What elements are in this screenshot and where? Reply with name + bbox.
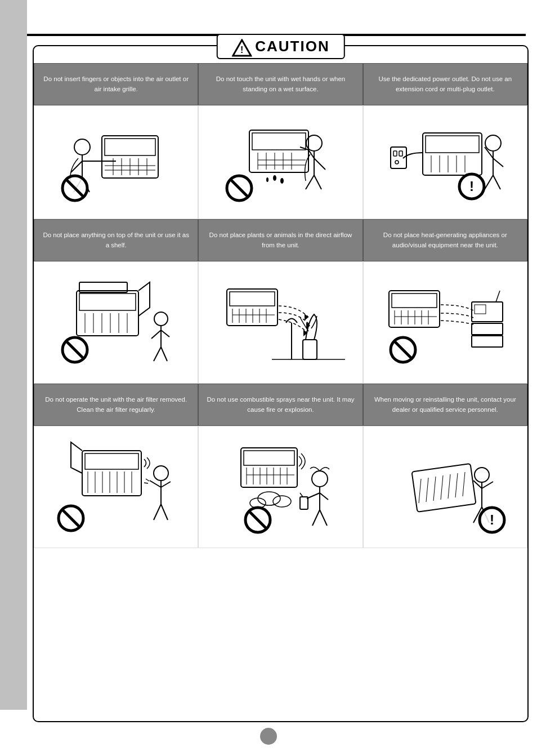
image-cell-3-2 (198, 426, 363, 548)
svg-marker-86 (305, 314, 308, 321)
illustration-3-1 (51, 437, 181, 535)
svg-point-29 (273, 175, 276, 181)
svg-point-136 (273, 496, 291, 507)
svg-line-55 (493, 158, 503, 167)
image-cell-1-1 (34, 105, 198, 219)
illustration-3-3: ! (381, 437, 510, 535)
svg-rect-141 (300, 497, 308, 509)
image-cell-2-2 (198, 261, 363, 384)
svg-rect-20 (249, 130, 308, 172)
svg-point-69 (154, 312, 168, 326)
svg-line-150 (426, 478, 428, 502)
text-row-1: Do not insert fingers or objects into th… (34, 63, 527, 105)
text-row-2: Do not place anything on top of the unit… (34, 219, 527, 261)
svg-line-145 (320, 510, 327, 526)
svg-rect-21 (252, 133, 306, 150)
svg-line-105 (496, 291, 500, 302)
svg-line-144 (312, 510, 320, 526)
text-cell-2-2: Do not place plants or animals in the di… (198, 219, 363, 261)
svg-rect-92 (389, 291, 440, 327)
left-sidebar (0, 0, 27, 710)
illustration-1-2 (216, 116, 345, 206)
svg-line-149 (419, 479, 421, 503)
svg-rect-102 (475, 305, 486, 314)
svg-line-121 (154, 504, 161, 520)
text-cell-3-1: Do not operate the unit with the air fil… (34, 384, 198, 426)
svg-rect-109 (85, 453, 138, 469)
svg-point-51 (395, 161, 399, 164)
caution-title: CAUTION (255, 38, 329, 55)
svg-line-74 (161, 347, 167, 361)
text-cell-1-3: Use the dedicated power outlet. Do not u… (363, 63, 527, 105)
page-number (260, 728, 277, 745)
svg-text:!: ! (240, 45, 243, 55)
illustration-2-3 (381, 274, 510, 370)
image-row-3: ! (34, 426, 527, 548)
svg-rect-108 (82, 451, 141, 496)
svg-rect-50 (399, 151, 402, 156)
svg-rect-61 (79, 293, 136, 310)
image-cell-3-3: ! (363, 426, 527, 548)
svg-rect-104 (472, 336, 503, 347)
text-row-3: Do not operate the unit with the air fil… (34, 384, 527, 426)
svg-line-56 (485, 175, 493, 189)
image-cell-3-1 (34, 426, 198, 548)
svg-line-71 (151, 330, 161, 339)
svg-line-36 (314, 158, 325, 170)
text-cell-1-2: Do not touch the unit with wet hands or … (198, 63, 363, 105)
svg-line-37 (306, 175, 314, 189)
svg-text:!: ! (469, 179, 474, 194)
svg-line-153 (448, 474, 450, 499)
svg-rect-77 (227, 289, 278, 326)
svg-rect-148 (411, 464, 476, 512)
svg-rect-41 (423, 133, 482, 175)
svg-line-122 (161, 504, 168, 520)
svg-point-138 (312, 471, 328, 487)
text-cell-2-3: Do not place heat-generating appliances … (363, 219, 527, 261)
svg-line-120 (161, 482, 171, 487)
page: ! CAUTION Do not insert fingers or objec… (0, 0, 537, 756)
svg-rect-125 (241, 448, 297, 487)
text-cell-3-2: Do not use combustible sprays near the u… (198, 384, 363, 426)
svg-line-152 (441, 475, 443, 500)
svg-line-159 (482, 482, 493, 488)
svg-line-143 (320, 493, 328, 500)
svg-rect-3 (105, 139, 155, 155)
text-cell-1-1: Do not insert fingers or objects into th… (34, 63, 198, 105)
svg-point-156 (475, 468, 489, 482)
caution-header: ! CAUTION (216, 34, 344, 59)
svg-line-140 (307, 493, 320, 499)
svg-line-151 (433, 477, 436, 501)
svg-rect-126 (244, 451, 294, 465)
svg-line-38 (314, 175, 321, 189)
svg-rect-93 (392, 293, 437, 308)
text-cell-3-3: When moving or reinstalling the unit, co… (363, 384, 527, 426)
svg-line-119 (150, 481, 161, 487)
svg-rect-103 (472, 323, 503, 335)
svg-point-52 (485, 135, 501, 151)
svg-line-73 (154, 347, 161, 361)
text-cell-2-1: Do not place anything on top of the unit… (34, 219, 198, 261)
svg-rect-49 (393, 151, 397, 156)
illustration-1-3: ! (381, 116, 510, 206)
image-row-2 (34, 261, 527, 384)
svg-rect-42 (426, 136, 479, 153)
caution-triangle-icon: ! (231, 39, 249, 55)
illustration-2-2 (216, 272, 345, 371)
image-cell-2-1 (34, 261, 198, 384)
image-cell-2-3 (363, 261, 527, 384)
illustration-1-1 (51, 116, 181, 206)
main-content: ! CAUTION Do not insert fingers or objec… (33, 45, 529, 722)
svg-point-31 (266, 177, 268, 182)
illustration-3-2 (216, 437, 345, 535)
image-row-1: ! (34, 105, 527, 219)
svg-rect-78 (230, 292, 275, 306)
svg-line-154 (455, 473, 458, 497)
svg-point-117 (154, 466, 168, 481)
illustration-2-1 (51, 274, 181, 370)
svg-rect-89 (303, 340, 317, 359)
svg-line-155 (463, 472, 465, 496)
content-wrapper: Do not insert fingers or objects into th… (34, 63, 527, 548)
svg-point-30 (280, 178, 284, 184)
svg-line-54 (485, 147, 493, 158)
